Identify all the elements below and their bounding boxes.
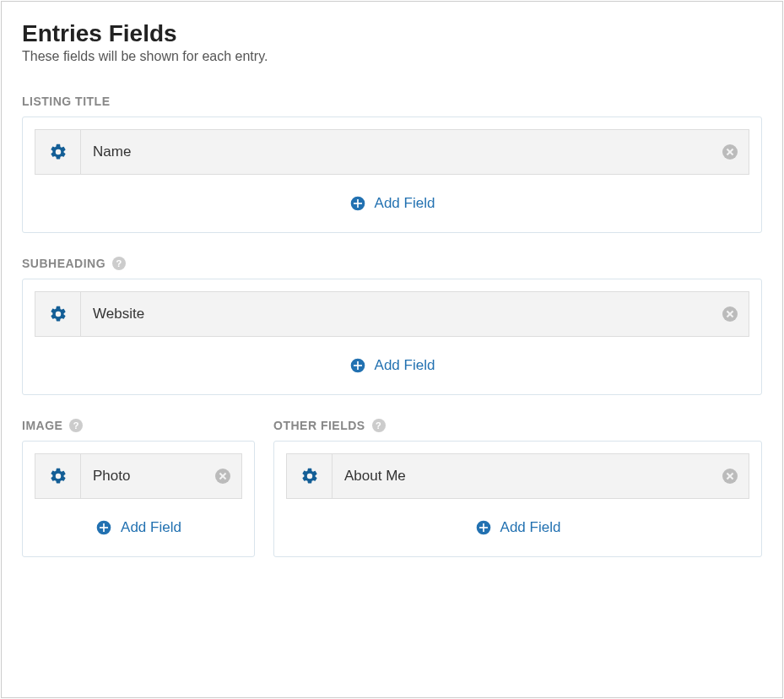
- field-box-image: Photo Add Field: [22, 441, 255, 557]
- svg-rect-5: [354, 365, 362, 366]
- help-icon[interactable]: ?: [112, 257, 126, 270]
- plus-circle-icon: [475, 519, 492, 536]
- svg-rect-11: [479, 527, 488, 528]
- add-field-label: Add Field: [375, 195, 435, 212]
- add-field-label: Add Field: [500, 519, 561, 536]
- close-icon: [722, 306, 738, 322]
- help-icon[interactable]: ?: [69, 419, 83, 432]
- add-field-button-subheading[interactable]: Add Field: [35, 337, 749, 382]
- plus-circle-icon: [349, 357, 366, 374]
- field-name-label: Photo: [81, 454, 204, 498]
- close-icon: [722, 144, 738, 160]
- help-icon[interactable]: ?: [372, 419, 386, 432]
- gear-icon: [49, 305, 68, 323]
- section-label-text: OTHER FIELDS: [273, 419, 365, 432]
- add-field-button-image[interactable]: Add Field: [35, 499, 242, 545]
- plus-circle-icon: [95, 519, 112, 536]
- page-title: Entries Fields: [22, 20, 762, 47]
- field-row-name[interactable]: Name: [35, 129, 749, 175]
- field-remove-button[interactable]: [204, 454, 241, 498]
- section-label-listing-title: LISTING TITLE: [22, 95, 762, 108]
- svg-rect-8: [100, 527, 108, 528]
- add-field-button-other-fields[interactable]: Add Field: [286, 499, 749, 545]
- field-name-label: Name: [81, 130, 711, 174]
- field-name-label: About Me: [333, 454, 711, 498]
- field-remove-button[interactable]: [711, 130, 749, 174]
- field-settings-button[interactable]: [287, 454, 333, 498]
- section-listing-title: LISTING TITLE Name Add Field: [22, 95, 762, 257]
- section-subheading: SUBHEADING ? Website Add Field: [22, 257, 762, 419]
- entries-fields-panel: Entries Fields These fields will be show…: [1, 1, 783, 698]
- field-box-subheading: Website Add Field: [22, 279, 762, 395]
- add-field-label: Add Field: [121, 519, 181, 536]
- two-column-row: IMAGE ? Photo Add Field: [22, 419, 762, 581]
- gear-icon: [300, 467, 319, 485]
- section-label-subheading: SUBHEADING ?: [22, 257, 762, 270]
- field-row-photo[interactable]: Photo: [35, 453, 242, 499]
- field-row-about-me[interactable]: About Me: [286, 453, 749, 499]
- field-remove-button[interactable]: [711, 292, 749, 336]
- field-name-label: Website: [81, 292, 711, 336]
- close-icon: [722, 469, 738, 484]
- page-subtitle: These fields will be shown for each entr…: [22, 49, 762, 64]
- section-label-text: IMAGE: [22, 419, 62, 432]
- field-settings-button[interactable]: [35, 130, 81, 174]
- field-box-other-fields: About Me Add Field: [273, 441, 762, 557]
- section-label-text: SUBHEADING: [22, 257, 105, 270]
- field-box-listing-title: Name Add Field: [22, 116, 762, 233]
- close-icon: [215, 469, 230, 484]
- plus-circle-icon: [349, 195, 366, 212]
- svg-rect-2: [354, 203, 362, 204]
- section-label-text: LISTING TITLE: [22, 95, 111, 108]
- gear-icon: [49, 143, 68, 161]
- field-settings-button[interactable]: [35, 454, 81, 498]
- section-label-other-fields: OTHER FIELDS ?: [273, 419, 762, 432]
- add-field-label: Add Field: [375, 357, 435, 374]
- field-remove-button[interactable]: [711, 454, 749, 498]
- section-label-image: IMAGE ?: [22, 419, 255, 432]
- section-image: IMAGE ? Photo Add Field: [22, 419, 255, 581]
- gear-icon: [49, 467, 68, 485]
- section-other-fields: OTHER FIELDS ? About Me Add Field: [273, 419, 762, 581]
- add-field-button-listing-title[interactable]: Add Field: [35, 175, 749, 220]
- field-settings-button[interactable]: [35, 292, 81, 336]
- field-row-website[interactable]: Website: [35, 291, 749, 337]
